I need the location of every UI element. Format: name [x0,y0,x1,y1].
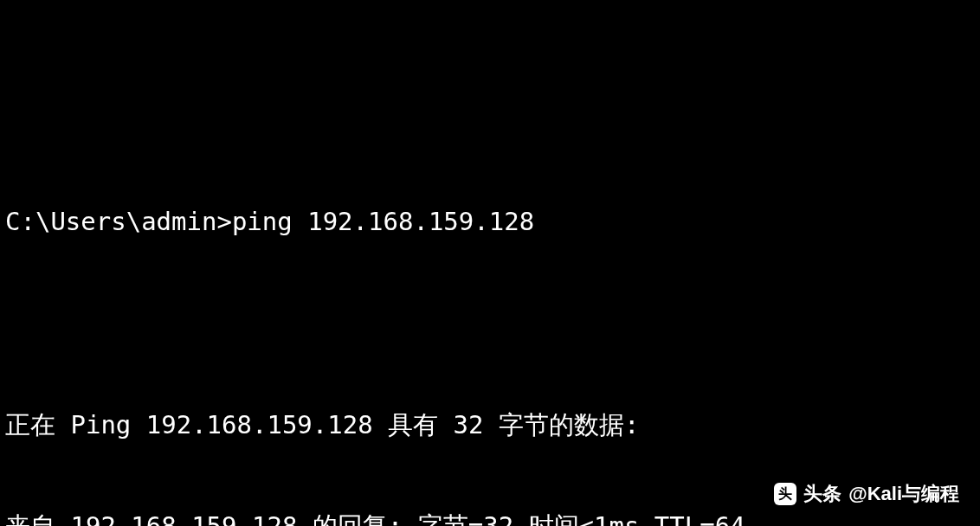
terminal-output: C:\Users\admin>ping 192.168.159.128 正在 P… [5,138,975,526]
prompt-path: C:\Users\admin> [5,207,232,236]
toutiao-logo-icon: 头 [774,483,796,505]
blank-line [5,306,975,340]
ping-header: 正在 Ping 192.168.159.128 具有 32 字节的数据: [5,408,975,442]
prompt-line-1[interactable]: C:\Users\admin>ping 192.168.159.128 [5,205,975,239]
command-text: ping 192.168.159.128 [232,207,534,236]
ping-reply: 来自 192.168.159.128 的回复: 字节=32 时间<1ms TTL… [5,510,975,526]
watermark-prefix: 头条 [803,481,841,507]
watermark-handle: @Kali与编程 [848,481,959,507]
watermark: 头 头条 @Kali与编程 [774,481,959,507]
